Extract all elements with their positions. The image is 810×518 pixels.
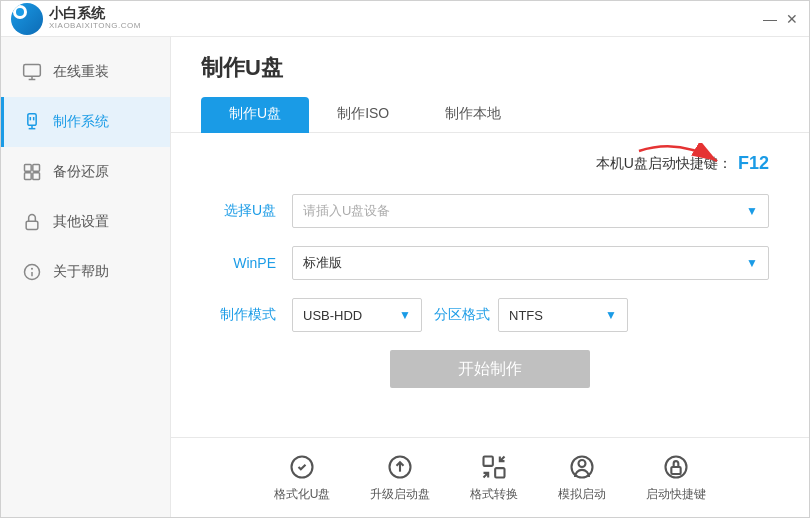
mode-label: 制作模式 bbox=[211, 306, 276, 324]
sidebar-item-backup-restore[interactable]: 备份还原 bbox=[1, 147, 170, 197]
main-content: 在线重装 制作系统 bbox=[1, 37, 809, 517]
usb-placeholder: 请插入U盘设备 bbox=[303, 202, 390, 220]
minimize-button[interactable]: — bbox=[763, 12, 777, 26]
mode-dropdown-arrow: ▼ bbox=[399, 308, 411, 322]
logo-icon bbox=[11, 3, 43, 35]
svg-rect-0 bbox=[24, 65, 41, 77]
usb-dropdown-arrow: ▼ bbox=[746, 204, 758, 218]
logo-text: 小白系统 XIAOBAIXITONG.COM bbox=[49, 6, 141, 30]
grid-icon bbox=[21, 161, 43, 183]
svg-rect-8 bbox=[25, 173, 32, 180]
toolbar-item-boot-shortcut[interactable]: 启动快捷键 bbox=[646, 452, 706, 503]
svg-rect-18 bbox=[484, 457, 493, 466]
mode-value: USB-HDD bbox=[303, 308, 362, 323]
right-panel: 制作U盘 制作U盘 制作ISO 制作本地 bbox=[171, 37, 809, 517]
start-btn-container: 开始制作 bbox=[211, 350, 769, 388]
toolbar-item-upgrade-boot[interactable]: 升级启动盘 bbox=[370, 452, 430, 503]
mode-select[interactable]: USB-HDD ▼ bbox=[292, 298, 422, 332]
shortcut-key: F12 bbox=[738, 153, 769, 174]
sidebar-label-about-help: 关于帮助 bbox=[53, 263, 109, 281]
toolbar-item-simulate-boot[interactable]: 模拟启动 bbox=[558, 452, 606, 503]
sidebar-label-backup-restore: 备份还原 bbox=[53, 163, 109, 181]
sidebar-item-online-reinstall[interactable]: 在线重装 bbox=[1, 47, 170, 97]
sidebar-item-other-settings[interactable]: 其他设置 bbox=[1, 197, 170, 247]
svg-rect-10 bbox=[26, 221, 38, 229]
winpe-dropdown-arrow: ▼ bbox=[746, 256, 758, 270]
tabs: 制作U盘 制作ISO 制作本地 bbox=[201, 97, 779, 132]
winpe-row: WinPE 标准版 ▼ bbox=[211, 246, 769, 280]
start-button[interactable]: 开始制作 bbox=[390, 350, 590, 388]
monitor-icon bbox=[21, 61, 43, 83]
toolbar-item-format-usb[interactable]: 格式化U盘 bbox=[274, 452, 331, 503]
toolbar-label-boot-shortcut: 启动快捷键 bbox=[646, 486, 706, 503]
partition-dropdown-arrow: ▼ bbox=[605, 308, 617, 322]
mode-partition-row: 制作模式 USB-HDD ▼ 分区格式 NTFS ▼ bbox=[211, 298, 769, 332]
sidebar-label-other-settings: 其他设置 bbox=[53, 213, 109, 231]
toolbar-label-format-convert: 格式转换 bbox=[470, 486, 518, 503]
winpe-select[interactable]: 标准版 ▼ bbox=[292, 246, 769, 280]
svg-rect-7 bbox=[33, 165, 40, 172]
lock-icon bbox=[21, 211, 43, 233]
sidebar: 在线重装 制作系统 bbox=[1, 37, 171, 517]
sidebar-label-online-reinstall: 在线重装 bbox=[53, 63, 109, 81]
toolbar-item-format-convert[interactable]: 格式转换 bbox=[470, 452, 518, 503]
person-circle-icon bbox=[567, 452, 597, 482]
content-area: 本机U盘启动快捷键： F12 bbox=[171, 133, 809, 437]
split-group: USB-HDD ▼ 分区格式 NTFS ▼ bbox=[292, 298, 769, 332]
partition-label: 分区格式 bbox=[434, 306, 490, 324]
logo-main-text: 小白系统 bbox=[49, 6, 141, 21]
svg-rect-6 bbox=[25, 165, 32, 172]
page-title: 制作U盘 bbox=[201, 53, 779, 83]
toolbar-label-format-usb: 格式化U盘 bbox=[274, 486, 331, 503]
usb-icon bbox=[21, 111, 43, 133]
winpe-label: WinPE bbox=[211, 255, 276, 271]
lock-circle-icon bbox=[661, 452, 691, 482]
check-circle-icon bbox=[287, 452, 317, 482]
partition-select[interactable]: NTFS ▼ bbox=[498, 298, 628, 332]
sidebar-item-make-system[interactable]: 制作系统 bbox=[1, 97, 170, 147]
convert-icon bbox=[479, 452, 509, 482]
bottom-toolbar: 格式化U盘 升级启动盘 bbox=[171, 437, 809, 517]
red-arrow bbox=[629, 143, 729, 187]
sidebar-item-about-help[interactable]: 关于帮助 bbox=[1, 247, 170, 297]
usb-select-row: 选择U盘 请插入U盘设备 ▼ bbox=[211, 194, 769, 228]
svg-point-21 bbox=[579, 460, 586, 467]
usb-label: 选择U盘 bbox=[211, 202, 276, 220]
app-logo: 小白系统 XIAOBAIXITONG.COM bbox=[11, 3, 141, 35]
titlebar: 小白系统 XIAOBAIXITONG.COM — ✕ bbox=[1, 1, 809, 37]
partition-item: 分区格式 NTFS ▼ bbox=[434, 298, 628, 332]
main-window: 小白系统 XIAOBAIXITONG.COM — ✕ 在线重装 bbox=[0, 0, 810, 518]
tab-make-iso[interactable]: 制作ISO bbox=[309, 97, 417, 133]
svg-rect-9 bbox=[33, 173, 40, 180]
arrow-up-circle-icon bbox=[385, 452, 415, 482]
winpe-value: 标准版 bbox=[303, 254, 342, 272]
info-icon bbox=[21, 261, 43, 283]
tab-make-usb[interactable]: 制作U盘 bbox=[201, 97, 309, 133]
toolbar-label-simulate-boot: 模拟启动 bbox=[558, 486, 606, 503]
svg-rect-23 bbox=[672, 467, 681, 474]
toolbar-label-upgrade-boot: 升级启动盘 bbox=[370, 486, 430, 503]
svg-rect-3 bbox=[28, 114, 36, 126]
tab-make-local[interactable]: 制作本地 bbox=[417, 97, 529, 133]
svg-rect-19 bbox=[495, 468, 504, 477]
sidebar-label-make-system: 制作系统 bbox=[53, 113, 109, 131]
close-button[interactable]: ✕ bbox=[785, 12, 799, 26]
page-header: 制作U盘 制作U盘 制作ISO 制作本地 bbox=[171, 37, 809, 133]
logo-sub-text: XIAOBAIXITONG.COM bbox=[49, 22, 141, 31]
window-controls: — ✕ bbox=[763, 12, 799, 26]
partition-value: NTFS bbox=[509, 308, 543, 323]
usb-select[interactable]: 请插入U盘设备 ▼ bbox=[292, 194, 769, 228]
